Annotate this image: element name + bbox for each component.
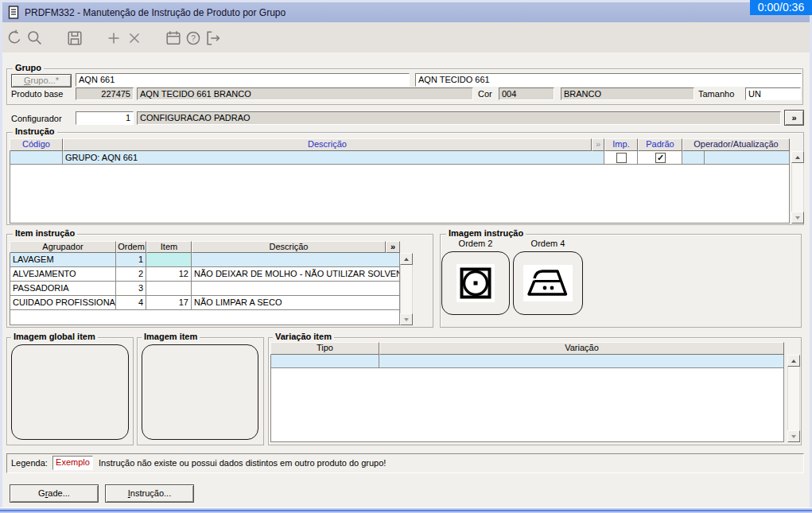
- configurador-expand-button[interactable]: »: [784, 110, 804, 126]
- help-icon[interactable]: ?: [184, 29, 203, 48]
- table-row-cell[interactable]: 17: [146, 296, 192, 310]
- undo-icon[interactable]: [5, 29, 24, 48]
- variacao-scroll-up-icon[interactable]: [787, 355, 800, 367]
- legenda-text: Instrução não existe ou possui dados dis…: [99, 458, 386, 468]
- configurador-label: Configurador: [11, 114, 62, 123]
- tamanho-label: Tamanho: [698, 89, 734, 99]
- col-header-agrupador[interactable]: Agrupador: [10, 241, 116, 253]
- grade-button[interactable]: Grade...: [10, 484, 99, 503]
- produto-base-code-field: 227475: [76, 87, 134, 100]
- cor-label: Cor: [478, 89, 492, 99]
- grupo-desc-field[interactable]: AQN TECIDO 661: [415, 73, 802, 87]
- svg-text:?: ?: [191, 34, 196, 43]
- add-icon[interactable]: [104, 29, 123, 48]
- col-header-descricao[interactable]: Descrição: [63, 138, 592, 151]
- col-header-ordem[interactable]: Ordem: [116, 241, 146, 253]
- exemplo-sample: Exemplo: [52, 456, 93, 470]
- variacao-item-legend: Variação item: [273, 332, 334, 341]
- col-header-variacao[interactable]: Variação: [379, 342, 784, 355]
- imagem-global-item-legend: Imagem global item: [11, 332, 98, 341]
- col-header-tipo[interactable]: Tipo: [270, 342, 379, 355]
- variacao-cell-variacao[interactable]: [379, 355, 784, 368]
- instrucao-cell-codigo[interactable]: [10, 151, 63, 165]
- col-header-padrao[interactable]: Padrão: [638, 138, 682, 151]
- table-row-cell[interactable]: 12: [146, 267, 192, 282]
- toolbar: [2, 22, 810, 52]
- configurador-desc-field: CONFIGURACAO PADRAO: [137, 111, 781, 125]
- tamanho-field[interactable]: UN: [745, 87, 801, 100]
- calendar-icon[interactable]: [164, 29, 183, 48]
- col-header-item[interactable]: Item: [146, 241, 192, 253]
- col-header-operador[interactable]: Operador/Atualização: [682, 138, 790, 151]
- table-row-cell[interactable]: NÃO LIMPAR A SECO: [192, 296, 400, 310]
- instrucao-scroll-down-icon[interactable]: [791, 212, 804, 223]
- imagem-global-item-slot[interactable]: [11, 344, 129, 440]
- variacao-scrollbar[interactable]: [787, 355, 800, 442]
- item-instrucao-scroll-down-icon[interactable]: [400, 313, 413, 325]
- table-row-cell[interactable]: 4: [116, 296, 146, 310]
- titlebar[interactable]: PRDFM332 - Manutenção de Instrução de Pr…: [2, 2, 810, 22]
- col-header-imp[interactable]: Imp.: [604, 138, 638, 151]
- table-row-cell[interactable]: 1: [116, 253, 146, 267]
- window-title: PRDFM332 - Manutenção de Instrução de Pr…: [25, 7, 286, 18]
- table-row-cell[interactable]: LAVAGEM: [10, 253, 116, 267]
- instrucao-scroll-up-icon[interactable]: [791, 151, 804, 163]
- ordem-4-label: Ordem 4: [513, 239, 583, 248]
- table-row-cell[interactable]: [192, 253, 400, 267]
- imagem-instrucao-slot-1[interactable]: [441, 251, 510, 315]
- imagem-instrucao-legend: Imagem instrução: [446, 228, 526, 238]
- grupo-button[interactable]: Grupo...*: [11, 74, 72, 87]
- padrao-checkbox[interactable]: [655, 153, 666, 163]
- table-row-cell[interactable]: ALVEJAMENTO: [10, 267, 116, 282]
- tumble-dry-icon: [457, 264, 495, 302]
- delete-icon[interactable]: [125, 29, 144, 48]
- window-frame-bottom: [0, 507, 812, 513]
- produto-base-desc-field: AQN TECIDO 661 BRANCO: [137, 87, 473, 100]
- app-window: PRDFM332 - Manutenção de Instrução de Pr…: [0, 0, 812, 513]
- produto-base-label: Produto base: [11, 89, 63, 99]
- selected-cell[interactable]: [146, 253, 192, 267]
- instrucao-cell-operador-2[interactable]: [705, 151, 790, 165]
- item-instrucao-legend: Item instrução: [13, 228, 77, 238]
- imagem-item-legend: Imagem item: [142, 332, 200, 341]
- table-row-cell[interactable]: NÃO DEIXAR DE MOLHO - NÃO UTILIZAR SOLVE…: [192, 267, 400, 282]
- imp-checkbox[interactable]: [616, 153, 627, 163]
- variacao-scroll-down-icon[interactable]: [787, 430, 800, 442]
- col-header-codigo[interactable]: Código: [10, 138, 63, 151]
- table-row-cell[interactable]: 3: [116, 282, 146, 296]
- configurador-code-field[interactable]: 1: [76, 111, 134, 125]
- table-row-cell[interactable]: PASSADORIA: [10, 282, 116, 296]
- imagem-item-slot[interactable]: [142, 344, 258, 440]
- instrucao-cell-operador-1[interactable]: [682, 151, 705, 165]
- table-row-cell[interactable]: 2: [116, 267, 146, 282]
- col-header-item-mini-expand[interactable]: »: [386, 241, 400, 253]
- iron-two-dots-icon: [523, 265, 573, 301]
- table-row-cell[interactable]: [146, 282, 192, 296]
- recording-timer: 0:00/0:36: [750, 0, 812, 15]
- app-icon: [8, 6, 19, 19]
- imagem-instrucao-slot-2[interactable]: [513, 251, 583, 315]
- save-icon[interactable]: [65, 29, 84, 48]
- cor-desc-field: BRANCO: [561, 87, 694, 100]
- table-row-cell[interactable]: CUIDADO PROFISSIONAL: [10, 296, 116, 310]
- variacao-cell-tipo[interactable]: [270, 355, 379, 368]
- item-instrucao-scroll-up-icon[interactable]: [400, 253, 413, 265]
- ordem-2-label: Ordem 2: [441, 239, 510, 248]
- cor-code-field: 004: [499, 87, 554, 100]
- search-icon[interactable]: [25, 29, 45, 48]
- col-header-mini-expand[interactable]: »: [592, 138, 604, 151]
- instrucao-legend: Instrução: [13, 126, 57, 136]
- col-header-item-descricao[interactable]: Descrição: [192, 241, 386, 253]
- instrucao-cell-descricao[interactable]: GRUPO: AQN 661: [63, 151, 604, 165]
- legenda-label: Legenda:: [11, 458, 48, 468]
- grupo-code-field[interactable]: AQN 661: [76, 73, 410, 87]
- table-row-cell[interactable]: [192, 282, 400, 296]
- grupo-legend: Grupo: [13, 63, 44, 72]
- exit-icon[interactable]: [204, 29, 223, 48]
- instrucao-button[interactable]: Instrução...: [105, 484, 194, 503]
